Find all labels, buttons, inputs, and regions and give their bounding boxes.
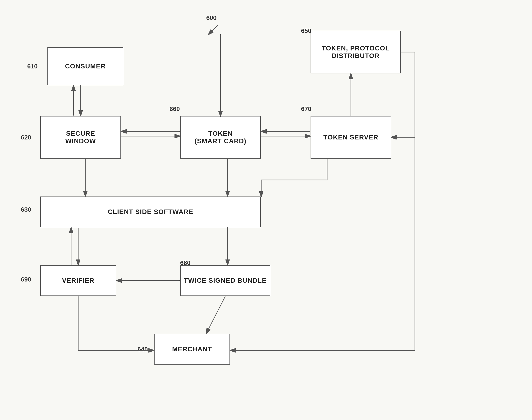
label-620: 620 bbox=[21, 134, 31, 141]
box-client-software: CLIENT SIDE SOFTWARE bbox=[40, 196, 261, 227]
svg-line-2 bbox=[209, 25, 218, 34]
box-secure-window: SECURE WINDOW bbox=[40, 116, 121, 159]
box-merchant: MERCHANT bbox=[154, 334, 230, 365]
box-token: TOKEN (SMART CARD) bbox=[180, 116, 261, 159]
svg-line-17 bbox=[206, 296, 225, 333]
diagram-container: 600 CONSUMER 610 SECURE WINDOW 620 TOKEN… bbox=[0, 0, 532, 420]
label-640: 640 bbox=[138, 346, 148, 353]
label-680: 680 bbox=[180, 259, 190, 267]
label-670: 670 bbox=[301, 105, 311, 113]
label-610: 610 bbox=[27, 63, 37, 70]
label-630: 630 bbox=[21, 206, 31, 213]
label-600: 600 bbox=[206, 14, 216, 22]
label-660: 660 bbox=[170, 105, 180, 113]
label-690: 690 bbox=[21, 276, 31, 283]
box-twice-signed: TWICE SIGNED BUNDLE bbox=[180, 265, 270, 296]
box-verifier: VERIFIER bbox=[40, 265, 116, 296]
box-token-distributor: TOKEN, PROTOCOL DISTRIBUTOR bbox=[311, 31, 401, 73]
box-consumer: CONSUMER bbox=[48, 47, 123, 85]
label-650: 650 bbox=[301, 27, 311, 35]
box-token-server: TOKEN SERVER bbox=[311, 116, 391, 159]
